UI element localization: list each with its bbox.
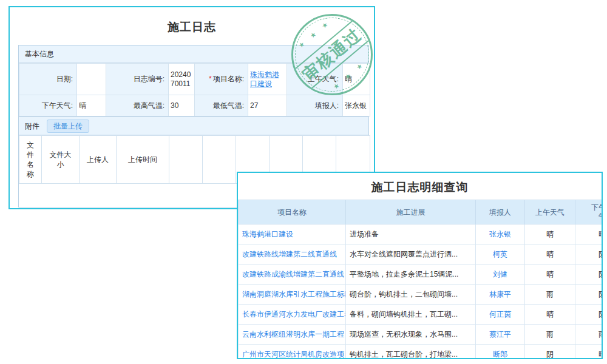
attachment-column-header: 上传人 <box>80 136 117 184</box>
table-row: 改建铁路线增建第二线直通线水车对全线遮阳网覆盖点进行洒...柯英晴阴 <box>239 244 603 265</box>
detail-header-row: 项目名称施工进展填报人上午天气下午天气 <box>239 200 603 224</box>
reporter-link[interactable]: 断郎 <box>493 350 507 359</box>
basic-info-section-title: 基本信息 <box>19 46 368 63</box>
date-field[interactable] <box>77 64 106 95</box>
project-link[interactable]: 长春市伊通河水力发电厂改建工程 <box>242 310 346 318</box>
project-link[interactable]: 广州市天河区统计局机房改造项目 <box>242 350 346 359</box>
pm-weather-value: 晴 <box>77 95 106 116</box>
table-row: 湖南洞庭湖水库引水工程施工标段砌台阶，钩机排土，二包砌间墙...林康平雨阴 <box>239 285 603 305</box>
cell-weather-pm: 晴 <box>575 224 603 244</box>
cell-reporter: 张永银 <box>476 224 525 244</box>
reporter-link[interactable]: 林康平 <box>489 290 511 298</box>
am-weather-value: 晴 <box>343 64 370 95</box>
table-row: 云南水利枢纽潜明水库一期工程现场巡查，无积水现象，水马围...蔡江平雨雨 <box>239 325 603 345</box>
am-weather-label: 上午天气: <box>287 64 343 95</box>
max-temp-value: 30 <box>169 95 195 116</box>
table-row: 长春市伊通河水力发电厂改建工程备料，砌间墙钩机排土，瓦工砌...何正茵晴阴 <box>239 305 603 325</box>
attachment-empty-column <box>169 136 203 184</box>
cell-project: 湖南洞庭湖水库引水工程施工标段 <box>239 285 346 305</box>
cell-reporter: 蔡江平 <box>476 325 525 345</box>
cell-weather-am: 雨 <box>525 285 575 305</box>
project-name-label-text: 项目名称: <box>213 75 244 83</box>
cell-weather-pm: 阴 <box>575 244 603 265</box>
cell-progress: 水车对全线遮阳网覆盖点进行洒... <box>346 244 476 265</box>
page-title: 施工日志 <box>10 19 374 35</box>
basic-info-row-1: 日期: 日志编号: 2024070011 *项目名称: 珠海鹤港口建设 上午天气… <box>19 64 370 95</box>
cell-reporter: 断郎 <box>476 345 525 360</box>
table-row: 珠海鹤港口建设进场准备张永银晴晴 <box>239 224 603 244</box>
required-mark: * <box>209 75 212 83</box>
cell-progress: 进场准备 <box>346 224 476 244</box>
reporter-link[interactable]: 柯英 <box>493 250 507 258</box>
attachment-column-header: 文件大小 <box>42 136 80 184</box>
project-link[interactable]: 珠海鹤港口建设 <box>242 230 293 238</box>
cell-weather-am: 晴 <box>525 305 575 325</box>
cell-project: 云南水利枢纽潜明水库一期工程 <box>239 325 346 345</box>
cell-project: 长春市伊通河水力发电厂改建工程 <box>239 305 346 325</box>
cell-weather-pm: 阴 <box>575 265 603 285</box>
batch-upload-button[interactable]: 批量上传 <box>47 120 89 133</box>
detail-column-header: 上午天气 <box>525 200 575 224</box>
cell-weather-am: 晴 <box>525 224 575 244</box>
max-temp-label: 最高气温: <box>106 95 169 116</box>
basic-info-row-2: 下午天气: 晴 最高气温: 30 最低气温: 27 填报人: 张永银 <box>19 95 370 116</box>
project-link[interactable]: 改建铁路线增建第二线直通线 <box>242 250 337 258</box>
project-name-link[interactable]: 珠海鹤港口建设 <box>250 70 279 88</box>
min-temp-label: 最低气温: <box>195 95 248 116</box>
cell-weather-pm: 晴 <box>575 345 603 360</box>
attachment-empty-column <box>203 136 236 184</box>
attachment-column-header: 上传时间 <box>117 136 169 184</box>
attachment-column-header: 文件名称 <box>19 136 42 184</box>
reporter-link[interactable]: 刘健 <box>493 270 507 278</box>
detail-column-header: 项目名称 <box>239 200 346 224</box>
log-number-value: 2024070011 <box>169 64 195 95</box>
detail-column-header: 填报人 <box>476 200 525 224</box>
project-name-cell: 珠海鹤港口建设 <box>248 64 287 95</box>
cell-reporter: 柯英 <box>476 244 525 265</box>
project-name-label: *项目名称: <box>195 64 248 95</box>
cell-weather-pm: 雨 <box>575 325 603 345</box>
detail-query-title: 施工日志明细查询 <box>238 173 602 200</box>
table-row: 广州市天河区统计局机房改造项目钩机排土，瓦工砌台阶，打地梁...断郎阴晴 <box>239 345 603 360</box>
cell-reporter: 刘健 <box>476 265 525 285</box>
reporter-link[interactable]: 张永银 <box>489 230 511 238</box>
reporter-value: 张永银 <box>343 95 370 116</box>
cell-progress: 平整场地，拉走多余泥土15辆泥... <box>346 265 476 285</box>
detail-column-header: 下午天气 <box>575 200 603 224</box>
page: 施工日志 基本信息 日期: 日志编号: 2024070011 *项目名称: 珠海… <box>0 0 607 364</box>
reporter-link[interactable]: 蔡江平 <box>489 330 511 339</box>
detail-table: 项目名称施工进展填报人上午天气下午天气 珠海鹤港口建设进场准备张永银晴晴改建铁路… <box>238 200 603 359</box>
detail-column-header: 施工进展 <box>346 200 476 224</box>
cell-weather-am: 雨 <box>525 325 575 345</box>
cell-progress: 砌台阶，钩机排土，二包砌间墙... <box>346 285 476 305</box>
attachment-header-bar: 附件 批量上传 <box>19 117 368 135</box>
cell-reporter: 林康平 <box>476 285 525 305</box>
cell-weather-pm: 阴 <box>575 285 603 305</box>
detail-query-panel: 施工日志明细查询 项目名称施工进展填报人上午天气下午天气 珠海鹤港口建设进场准备… <box>237 172 603 359</box>
cell-weather-pm: 阴 <box>575 305 603 325</box>
basic-info-section: 基本信息 日期: 日志编号: 2024070011 *项目名称: 珠海鹤港口建设… <box>18 45 369 117</box>
project-link[interactable]: 改建铁路成渝线增建第二直通线 <box>242 270 344 278</box>
reporter-link[interactable]: 何正茵 <box>489 310 511 318</box>
min-temp-value: 27 <box>248 95 287 116</box>
log-number-label: 日志编号: <box>106 64 169 95</box>
cell-reporter: 何正茵 <box>476 305 525 325</box>
cell-project: 改建铁路线增建第二线直通线 <box>239 244 346 265</box>
cell-weather-am: 晴 <box>525 244 575 265</box>
cell-weather-am: 晴 <box>525 265 575 285</box>
cell-weather-am: 阴 <box>525 345 575 360</box>
cell-project: 珠海鹤港口建设 <box>239 224 346 244</box>
basic-info-table: 日期: 日志编号: 2024070011 *项目名称: 珠海鹤港口建设 上午天气… <box>19 63 370 116</box>
reporter-label: 填报人: <box>287 95 343 116</box>
cell-progress: 备料，砌间墙钩机排土，瓦工砌... <box>346 305 476 325</box>
date-label: 日期: <box>19 64 77 95</box>
pm-weather-label: 下午天气: <box>19 95 77 116</box>
detail-table-body: 珠海鹤港口建设进场准备张永银晴晴改建铁路线增建第二线直通线水车对全线遮阳网覆盖点… <box>239 224 603 360</box>
project-link[interactable]: 云南水利枢纽潜明水库一期工程 <box>242 330 344 339</box>
project-link[interactable]: 湖南洞庭湖水库引水工程施工标段 <box>242 290 346 298</box>
cell-progress: 钩机排土，瓦工砌台阶，打地梁... <box>346 345 476 360</box>
cell-project: 改建铁路成渝线增建第二直通线 <box>239 265 346 285</box>
cell-project: 广州市天河区统计局机房改造项目 <box>239 345 346 360</box>
attachment-section-title: 附件 <box>25 118 39 135</box>
table-row: 改建铁路成渝线增建第二直通线平整场地，拉走多余泥土15辆泥...刘健晴阴 <box>239 265 603 285</box>
